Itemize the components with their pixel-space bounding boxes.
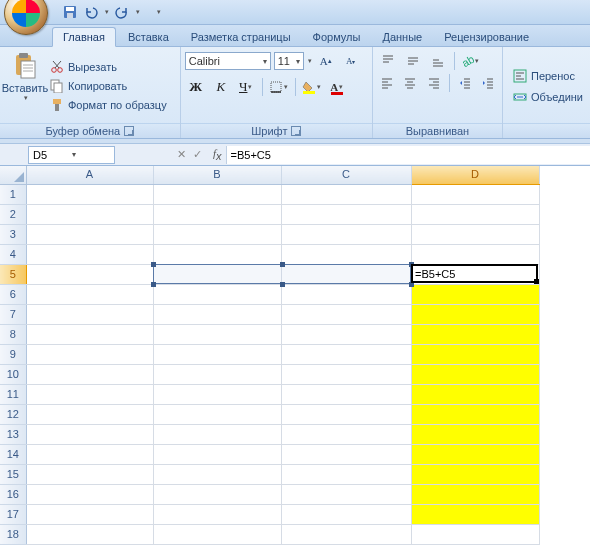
paste-button[interactable]: Вставить ▾ xyxy=(4,50,46,122)
cell-A10[interactable] xyxy=(26,364,153,384)
save-icon[interactable] xyxy=(62,4,78,20)
row-header-5[interactable]: 5 xyxy=(0,264,26,284)
fill-color-button[interactable]: ▾ xyxy=(301,77,323,97)
cell-C18[interactable] xyxy=(281,524,411,544)
tab-data[interactable]: Данные xyxy=(372,28,432,46)
decrease-indent-button[interactable] xyxy=(455,73,475,93)
border-button[interactable]: ▾ xyxy=(268,77,290,97)
cell-B15[interactable] xyxy=(153,464,281,484)
cell-C14[interactable] xyxy=(281,444,411,464)
cell-C10[interactable] xyxy=(281,364,411,384)
col-header-D[interactable]: D xyxy=(411,166,539,184)
redo-dropdown[interactable]: ▾ xyxy=(136,8,140,16)
cell-D4[interactable] xyxy=(411,244,539,264)
cell-C8[interactable] xyxy=(281,324,411,344)
cell-D5[interactable] xyxy=(411,264,539,284)
cell-A3[interactable] xyxy=(26,224,153,244)
cell-D9[interactable] xyxy=(411,344,539,364)
name-box[interactable]: D5▾ xyxy=(28,146,115,164)
cell-B4[interactable] xyxy=(153,244,281,264)
cell-B1[interactable] xyxy=(153,184,281,204)
undo-icon[interactable] xyxy=(83,4,99,20)
cell-A2[interactable] xyxy=(26,204,153,224)
cell-C4[interactable] xyxy=(281,244,411,264)
cell-B14[interactable] xyxy=(153,444,281,464)
cell-A18[interactable] xyxy=(26,524,153,544)
cut-button[interactable]: Вырезать xyxy=(46,58,170,76)
align-right-button[interactable] xyxy=(423,73,443,93)
row-header-15[interactable]: 15 xyxy=(0,464,26,484)
cell-C2[interactable] xyxy=(281,204,411,224)
cell-C6[interactable] xyxy=(281,284,411,304)
cell-D1[interactable] xyxy=(411,184,539,204)
row-header-1[interactable]: 1 xyxy=(0,184,26,204)
cell-A1[interactable] xyxy=(26,184,153,204)
cell-D16[interactable] xyxy=(411,484,539,504)
row-header-16[interactable]: 16 xyxy=(0,484,26,504)
row-header-10[interactable]: 10 xyxy=(0,364,26,384)
cell-B18[interactable] xyxy=(153,524,281,544)
col-header-C[interactable]: C xyxy=(281,166,411,184)
undo-dropdown[interactable]: ▾ xyxy=(105,8,109,16)
enter-formula-icon[interactable]: ✓ xyxy=(193,148,207,161)
cell-A6[interactable] xyxy=(26,284,153,304)
cell-C13[interactable] xyxy=(281,424,411,444)
cell-A7[interactable] xyxy=(26,304,153,324)
cancel-formula-icon[interactable]: ✕ xyxy=(177,148,191,161)
cell-D3[interactable] xyxy=(411,224,539,244)
cell-B16[interactable] xyxy=(153,484,281,504)
fx-icon[interactable]: fx xyxy=(209,147,226,162)
cell-C3[interactable] xyxy=(281,224,411,244)
cell-A8[interactable] xyxy=(26,324,153,344)
cell-C7[interactable] xyxy=(281,304,411,324)
row-header-3[interactable]: 3 xyxy=(0,224,26,244)
cell-B3[interactable] xyxy=(153,224,281,244)
cell-B2[interactable] xyxy=(153,204,281,224)
cell-D14[interactable] xyxy=(411,444,539,464)
cell-D12[interactable] xyxy=(411,404,539,424)
cell-C16[interactable] xyxy=(281,484,411,504)
grow-font-button[interactable]: A▴ xyxy=(315,51,337,71)
tab-layout[interactable]: Разметка страницы xyxy=(181,28,301,46)
orientation-button[interactable]: ab▾ xyxy=(460,51,482,71)
cell-B8[interactable] xyxy=(153,324,281,344)
cell-A12[interactable] xyxy=(26,404,153,424)
cell-D6[interactable] xyxy=(411,284,539,304)
col-header-A[interactable]: A xyxy=(26,166,153,184)
row-header-18[interactable]: 18 xyxy=(0,524,26,544)
cell-D17[interactable] xyxy=(411,504,539,524)
align-top-button[interactable] xyxy=(377,51,399,71)
merge-button[interactable]: Объедини xyxy=(509,88,586,106)
cell-B11[interactable] xyxy=(153,384,281,404)
row-header-12[interactable]: 12 xyxy=(0,404,26,424)
row-header-14[interactable]: 14 xyxy=(0,444,26,464)
align-middle-button[interactable] xyxy=(402,51,424,71)
cell-D10[interactable] xyxy=(411,364,539,384)
qat-customize[interactable]: ▾ xyxy=(157,8,161,16)
cell-B12[interactable] xyxy=(153,404,281,424)
cell-D13[interactable] xyxy=(411,424,539,444)
cell-D18[interactable] xyxy=(411,524,539,544)
cell-B6[interactable] xyxy=(153,284,281,304)
cell-B5[interactable] xyxy=(153,264,281,284)
align-left-button[interactable] xyxy=(377,73,397,93)
cell-A17[interactable] xyxy=(26,504,153,524)
row-header-7[interactable]: 7 xyxy=(0,304,26,324)
cell-B13[interactable] xyxy=(153,424,281,444)
cell-D7[interactable] xyxy=(411,304,539,324)
row-header-13[interactable]: 13 xyxy=(0,424,26,444)
align-bottom-button[interactable] xyxy=(427,51,449,71)
namebox-dropdown-icon[interactable]: ▾ xyxy=(72,150,111,159)
cell-A4[interactable] xyxy=(26,244,153,264)
shrink-font-button[interactable]: A▾ xyxy=(340,51,362,71)
formula-input[interactable] xyxy=(226,146,590,164)
tab-insert[interactable]: Вставка xyxy=(118,28,179,46)
underline-button[interactable]: Ч▾ xyxy=(235,77,257,97)
cell-A15[interactable] xyxy=(26,464,153,484)
wrap-text-button[interactable]: Перенос xyxy=(509,67,586,85)
cell-B7[interactable] xyxy=(153,304,281,324)
cell-A5[interactable] xyxy=(26,264,153,284)
row-header-11[interactable]: 11 xyxy=(0,384,26,404)
tab-formulas[interactable]: Формулы xyxy=(303,28,371,46)
cell-A14[interactable] xyxy=(26,444,153,464)
